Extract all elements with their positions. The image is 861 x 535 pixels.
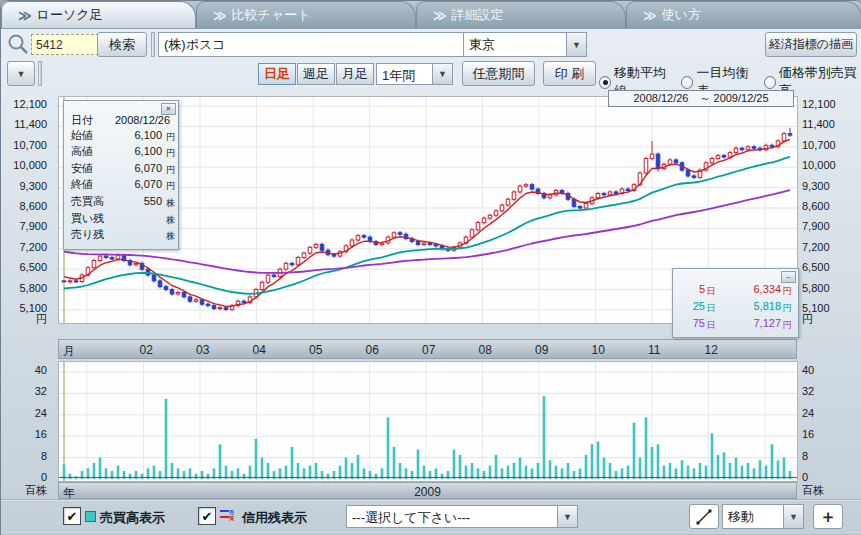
- ma-legend: – 5日6,334円25日5,818円75日7,127円: [672, 268, 799, 338]
- volume-plot[interactable]: [58, 361, 798, 482]
- candle-body: [494, 211, 498, 215]
- month-label: 03: [196, 343, 209, 357]
- tab-3[interactable]: ≫使い方: [626, 1, 861, 28]
- legend-minimize-button[interactable]: –: [781, 271, 796, 283]
- candle-body: [578, 207, 582, 208]
- volume-bar: [723, 452, 726, 479]
- price-tick-label: 5,800: [19, 282, 47, 294]
- candle-body: [770, 145, 774, 146]
- candle-body: [284, 263, 288, 269]
- tooltip-label: 売買高: [71, 194, 115, 211]
- candle-body: [470, 230, 474, 237]
- chart-dropdown-button[interactable]: ▼: [7, 61, 35, 86]
- price-tick-label: 12,100: [13, 98, 47, 110]
- tool-mode-select[interactable]: 移動 ▼: [722, 504, 804, 529]
- check-icon: ✔: [202, 509, 213, 524]
- candle-body: [296, 258, 300, 265]
- price-tick-label: 8,600: [19, 200, 47, 212]
- candle-body: [782, 134, 786, 141]
- market-select[interactable]: 東京 ▼: [463, 32, 587, 57]
- volume-bar: [567, 463, 570, 479]
- candle-body: [110, 258, 114, 259]
- candle-body: [422, 243, 426, 244]
- tooltip-close-button[interactable]: ✕: [161, 103, 176, 115]
- candle-body: [398, 233, 402, 234]
- volume-bar-series: [63, 396, 792, 479]
- volume-bar: [63, 464, 66, 479]
- tab-1[interactable]: ≫比較チャート: [196, 1, 416, 28]
- month-label: 10: [592, 343, 605, 357]
- price-axis-left: 12,10011,40010,70010,0009,3008,6007,9007…: [1, 96, 55, 336]
- date-range-box: 2008/12/26 ～ 2009/12/25: [608, 90, 794, 107]
- tooltip-label: 安値: [71, 161, 115, 178]
- volume-gridlines: [59, 362, 797, 481]
- volume-bar: [399, 463, 402, 479]
- volume-tick-label: 32: [35, 385, 47, 397]
- volume-bar: [129, 474, 132, 479]
- candle-body: [188, 297, 192, 301]
- crosshair-button[interactable]: ＋: [813, 504, 843, 529]
- volume-bar: [345, 458, 348, 479]
- candle-body: [482, 218, 486, 222]
- volume-bar: [357, 455, 360, 479]
- search-button[interactable]: 検索: [97, 32, 147, 57]
- economic-indicator-button[interactable]: 経済指標の描画: [765, 32, 857, 57]
- indicator-select[interactable]: ---選択して下さい--- ▼: [346, 505, 578, 528]
- credit-display-checkbox[interactable]: ✔: [198, 507, 216, 525]
- tooltip-unit: 株: [162, 227, 175, 244]
- candle-body: [710, 158, 714, 162]
- dropdown-arrow-icon[interactable]: ▼: [432, 64, 452, 84]
- print-button[interactable]: 印 刷: [543, 61, 596, 86]
- tooltip-value: [115, 227, 162, 244]
- legend-period: 75: [677, 316, 705, 333]
- candle-body: [62, 281, 66, 282]
- tab-0[interactable]: ≫ローソク足: [1, 1, 196, 28]
- legend-yen-unit: 円: [781, 299, 793, 316]
- volume-display-label: 売買高表示: [100, 509, 165, 527]
- candle-body: [548, 195, 552, 198]
- dropdown-arrow-icon[interactable]: ▼: [783, 505, 803, 528]
- candle-body: [182, 293, 186, 297]
- volume-unit-label: 百株: [25, 483, 47, 498]
- candle-body: [416, 242, 420, 245]
- period-button-2[interactable]: 月足: [336, 63, 374, 85]
- price-tick-label: 10,000: [13, 159, 47, 171]
- dropdown-arrow-icon[interactable]: ▼: [566, 33, 586, 56]
- volume-display-checkbox[interactable]: ✔: [63, 507, 81, 525]
- period-button-0[interactable]: 日足: [258, 63, 296, 85]
- candle-body: [686, 170, 690, 176]
- month-label: 06: [366, 343, 379, 357]
- month-label: 12: [705, 343, 718, 357]
- range-select[interactable]: 1年間 ▼: [376, 63, 453, 85]
- custom-period-button[interactable]: 任意期間: [462, 61, 535, 86]
- stock-name-input[interactable]: [158, 32, 466, 57]
- tab-2[interactable]: ≫詳細設定: [416, 1, 626, 28]
- tooltip-value: 6,070: [115, 161, 162, 178]
- volume-bar: [255, 439, 258, 479]
- candle-body: [752, 147, 756, 148]
- month-label: 11: [648, 343, 660, 357]
- candle-body: [692, 176, 696, 177]
- volume-bar: [537, 463, 540, 479]
- dropdown-arrow-icon[interactable]: ▼: [557, 506, 577, 527]
- period-button-1[interactable]: 週足: [297, 63, 335, 85]
- chart-window: ≫ローソク足≫比較チャート≫詳細設定≫使い方 検索 東京 ▼ 経済指標の描画 ▼…: [0, 0, 861, 535]
- volume-bar: [459, 455, 462, 479]
- chevron-icon: ≫: [433, 8, 445, 23]
- candle-body: [242, 301, 246, 302]
- legend-row: 5日6,334円: [673, 282, 798, 299]
- volume-swatch-icon: [85, 511, 96, 522]
- price-tick-label: 12,100: [802, 98, 836, 110]
- price-tick-label: 6,500: [802, 261, 830, 273]
- volume-bar: [585, 455, 588, 479]
- tooltip-unit: 円: [162, 144, 175, 161]
- volume-bar: [387, 417, 390, 479]
- candle-body: [716, 156, 720, 159]
- volume-bar: [777, 460, 780, 479]
- stock-code-input[interactable]: [31, 34, 99, 55]
- market-select-value: 東京: [464, 33, 566, 56]
- volume-axis-right: 4032241680百株: [798, 361, 858, 501]
- volume-tick-label: 40: [35, 364, 47, 376]
- trendline-button[interactable]: [689, 504, 719, 529]
- tooltip-row: 始値6,100円: [64, 128, 178, 145]
